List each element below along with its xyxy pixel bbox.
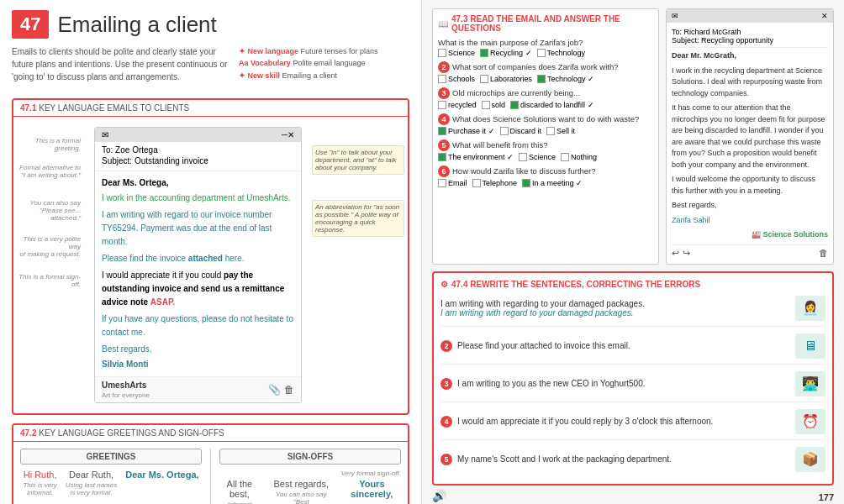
trash-icon-2: 🗑	[819, 248, 828, 259]
forward-icon: ↪	[683, 248, 690, 259]
right-annotations: Use "in" to talk about your department, …	[312, 120, 404, 410]
right-bottom: 🔊 177	[432, 489, 834, 502]
sample-email-body: Dear Mr. McGrath, I work in the recyclin…	[672, 50, 828, 241]
question-4: 4What does Science Solutions want to do …	[438, 113, 653, 135]
close-icon: ✕	[287, 130, 294, 139]
signoffs-col: SIGN-OFFS Very formal sign-off. All the …	[219, 449, 401, 504]
envelope-icon: ✉	[102, 130, 108, 139]
close-icon-2: ✕	[821, 12, 828, 20]
questions-list: What is the main purpose of Zarifa's job…	[438, 38, 653, 187]
section-47-2-header: 47.2 KEY LANGUAGE GREETINGS AND SIGN-OFF…	[13, 425, 408, 442]
reply-icon: ↩	[672, 248, 679, 259]
right-page-number: 177	[819, 492, 834, 502]
rewrite-icon-3: 👨‍💻	[795, 371, 826, 396]
rewrite-section: ⚙ 47.4 REWRITE THE SENTENCES, CORRECTING…	[432, 271, 834, 486]
rewrite-icon-2: 🖥	[795, 333, 826, 359]
read-email-section: 📖 47.3 READ THE EMAIL AND ANSWER THE QUE…	[432, 8, 659, 265]
page-subtitle: Emails to clients should be polite and c…	[12, 45, 230, 83]
read-email-header: 📖 47.3 READ THE EMAIL AND ANSWER THE QUE…	[438, 14, 653, 33]
rewrite-item-2: 2 Please find your attached to invoice t…	[440, 333, 826, 365]
question-3: 3Old microchips are currently being... r…	[438, 87, 653, 109]
right-panel: 📖 47.3 READ THE EMAIL AND ANSWER THE QUE…	[422, 0, 844, 504]
question-1: What is the main purpose of Zarifa's job…	[438, 38, 653, 57]
left-panel: 47 Emailing a client Emails to clients s…	[0, 0, 422, 504]
left-annotations: This is a formal greeting. Formal altern…	[17, 120, 84, 410]
email-body: Dear Ms. Ortega, I work in the accountin…	[95, 171, 301, 376]
section-47-1-header: 47.1 KEY LANGUAGE EMAILS TO CLIENTS	[13, 100, 408, 117]
greetings-content: GREETINGS Hi Ruth, This is veryinformal.…	[13, 442, 408, 504]
page-header: 47 Emailing a client	[12, 10, 409, 39]
rewrite-icon-5: 📦	[795, 447, 826, 472]
rewrite-icon-1: 👩‍💼	[795, 296, 826, 321]
rewrite-item-1: I am writing with regarding to your dama…	[440, 296, 826, 327]
rewrite-header: ⚙ 47.4 REWRITE THE SENTENCES, CORRECTING…	[440, 280, 826, 289]
email-header-bar: ✉ ─ ✕	[95, 128, 301, 142]
rewrite-item-3: 3 I am writing to you as the new CEO in …	[440, 371, 826, 402]
question-2: 2What sort of companies does Zarifa work…	[438, 61, 653, 83]
section-47-1: 47.1 KEY LANGUAGE EMAILS TO CLIENTS This…	[12, 98, 409, 415]
book-icon: 📖	[438, 19, 448, 29]
minimize-icon: ─	[282, 130, 287, 139]
email-fields: To: Zoe Ortega Subject: Outstanding invo…	[95, 142, 301, 171]
science-logo-icon: 🏭	[752, 230, 761, 239]
page-number-box: 47	[12, 10, 49, 39]
email-mockup-47-1: ✉ ─ ✕ To: Zoe Ortega Subject: Outstandin…	[94, 127, 302, 403]
trash-icon: 🗑	[284, 384, 294, 396]
email-footer: UmeshArts Art for everyone 📎 🗑	[95, 376, 301, 402]
paperclip-icon: 📎	[268, 384, 281, 396]
question-5: 5What will benefit from this? The enviro…	[438, 139, 653, 161]
page-title: Emailing a client	[57, 12, 216, 38]
sample-email-47-3: ✉ ✕ To: Richard McGrath Subject: Recycli…	[666, 8, 834, 265]
rewrite-item-5: 5 My name's Scott and I work at the pack…	[440, 447, 826, 477]
rewrite-icon-4: ⏰	[795, 409, 826, 434]
greetings-col: GREETINGS Hi Ruth, This is veryinformal.…	[20, 449, 202, 504]
gear-icon: ⚙	[440, 280, 448, 289]
envelope-icon-2: ✉	[672, 12, 678, 20]
question-6: 6How would Zarifa like to discuss furthe…	[438, 165, 653, 187]
section-47-2: 47.2 KEY LANGUAGE GREETINGS AND SIGN-OFF…	[12, 423, 409, 504]
meta-info: ✦ New language Future tenses for plans A…	[239, 45, 378, 83]
right-top-row: 📖 47.3 READ THE EMAIL AND ANSWER THE QUE…	[432, 8, 834, 265]
speaker-icon: 🔊	[432, 489, 446, 502]
rewrite-item-4: 4 I would am appreciate it if you could …	[440, 409, 826, 440]
